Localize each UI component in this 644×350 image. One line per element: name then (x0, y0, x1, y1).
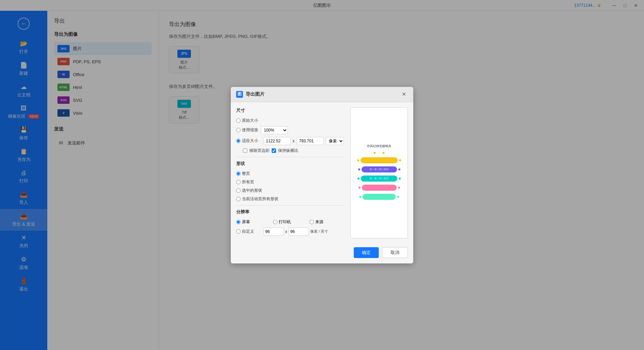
size-section-label: 尺寸 (236, 108, 345, 114)
shape-section-label: 形状 (236, 161, 345, 167)
zoom-select[interactable]: 100% 50% 200% (261, 126, 288, 134)
fit-size-radio[interactable] (236, 139, 241, 143)
bar-dot-4r (398, 187, 400, 189)
screen-resolution-label[interactable]: 屏幕 (236, 219, 272, 225)
custom-resolution-row: 自定义 x 像素 / 英寸 (236, 228, 345, 236)
fit-size-row: 适应大小 x 像素 英寸 (236, 137, 345, 145)
confirm-button[interactable]: 确定 (354, 247, 379, 258)
full-page-text: 整页 (242, 171, 250, 177)
screen-resolution-radio[interactable] (236, 220, 241, 224)
modal-close-button[interactable]: ✕ (400, 90, 408, 98)
selected-shapes-label[interactable]: 选中的形状 (236, 188, 262, 193)
remove-padding-label[interactable]: 移除页边距 (249, 148, 270, 154)
full-page-label[interactable]: 整页 (236, 171, 250, 177)
top-dots (374, 152, 385, 154)
preview-title: 作风纪律党建模具 (367, 144, 391, 148)
zoom-radio[interactable] (236, 128, 241, 132)
print-text: 打印机 (279, 219, 291, 225)
custom-resolution-inputs: x 像素 / 英寸 (264, 228, 328, 236)
fit-size-text: 适应大小 (242, 138, 258, 144)
source-resolution-label[interactable]: 来源 (309, 219, 345, 225)
selected-shapes-text: 选中的形状 (242, 188, 262, 193)
source-resolution-radio[interactable] (309, 220, 314, 224)
all-pages-text: 所有页 (242, 179, 254, 185)
bar-row-4 (358, 185, 400, 191)
current-page-shapes-row: 当前活动页所有形状 (236, 196, 345, 202)
divider-2 (236, 205, 345, 206)
modal-body: 尺寸 原始大小 使用缩放 100% 50% 200% (231, 102, 413, 244)
dpi-x: x (285, 229, 287, 234)
all-pages-row: 所有页 (236, 179, 345, 185)
current-page-shapes-radio[interactable] (236, 197, 241, 201)
unit-select[interactable]: 像素 英寸 (326, 137, 344, 145)
dot-1 (374, 152, 376, 154)
divider-1 (236, 157, 345, 157)
bar-2: 第一第二第三第四 (362, 166, 397, 172)
selected-shapes-radio[interactable] (236, 188, 241, 193)
remove-padding-row: 移除页边距 保持纵横比 (243, 148, 345, 154)
keep-ratio-label[interactable]: 保持纵横比 (278, 148, 298, 154)
modal-form: 尺寸 原始大小 使用缩放 100% 50% 200% (236, 108, 345, 238)
original-size-label[interactable]: 原始大小 (236, 118, 258, 123)
custom-text: 自定义 (242, 229, 254, 234)
bar-dot-2r (398, 168, 400, 170)
custom-resolution-radio[interactable] (236, 229, 241, 234)
modal-title: 图 导出图片 (236, 91, 265, 98)
print-resolution-label[interactable]: 打印机 (273, 219, 308, 225)
print-resolution-radio[interactable] (273, 220, 277, 224)
bar-dot-5r (397, 196, 399, 198)
original-size-text: 原始大小 (242, 118, 258, 123)
original-size-row: 原始大小 (236, 118, 345, 123)
modal-preview: 作风纪律党建模具 第一第二第三第四 (350, 108, 408, 238)
size-inputs: x 像素 英寸 (264, 137, 344, 145)
dpi-unit: 像素 / 英寸 (310, 229, 328, 234)
bar-1 (361, 157, 398, 163)
width-input[interactable] (264, 137, 291, 145)
fit-size-label[interactable]: 适应大小 (236, 138, 258, 144)
zoom-label[interactable]: 使用缩放 (236, 127, 258, 133)
zoom-text: 使用缩放 (242, 127, 258, 133)
export-image-modal: 图 导出图片 ✕ 尺寸 原始大小 使用 (231, 87, 413, 263)
preview-diagram: 作风纪律党建模具 第一第二第三第四 (352, 141, 406, 205)
bar-dot-2 (358, 168, 360, 170)
bar-row-1 (357, 157, 401, 163)
bar-dot-4 (358, 187, 361, 189)
source-text: 来源 (315, 219, 323, 225)
full-page-row: 整页 (236, 171, 345, 177)
dot-2 (382, 152, 385, 154)
screen-text: 屏幕 (242, 219, 250, 225)
bar-5 (363, 194, 396, 200)
keep-ratio-checkbox[interactable] (272, 148, 276, 153)
zoom-row: 使用缩放 100% 50% 200% (236, 126, 345, 134)
height-input[interactable] (297, 137, 324, 145)
bar-dot-1r (399, 159, 401, 161)
times-symbol: x (293, 139, 295, 143)
bar-dot-1 (357, 159, 359, 161)
all-pages-radio[interactable] (236, 180, 241, 184)
bar-row-2: 第一第二第三第四 (358, 166, 400, 172)
modal-footer: 确定 取消 (231, 244, 413, 263)
modal-title-text: 导出图片 (246, 91, 265, 97)
dpi-width-input[interactable] (264, 228, 284, 236)
selected-shapes-row: 选中的形状 (236, 188, 345, 193)
resolution-grid: 屏幕 打印机 来源 (236, 219, 345, 225)
all-pages-label[interactable]: 所有页 (236, 179, 254, 185)
custom-resolution-label[interactable]: 自定义 (236, 229, 254, 234)
modal-overlay: 图 导出图片 ✕ 尺寸 原始大小 使用 (0, 0, 644, 350)
resolution-section-label: 分辨率 (236, 209, 345, 215)
cancel-button[interactable]: 取消 (382, 247, 408, 258)
original-size-radio[interactable] (236, 118, 241, 123)
current-page-shapes-text: 当前活动页所有形状 (242, 196, 278, 202)
remove-padding-checkbox[interactable] (243, 148, 247, 153)
modal-header: 图 导出图片 ✕ (231, 87, 413, 102)
bar-3: 第一第二第三第四 (361, 176, 397, 182)
modal-icon: 图 (236, 91, 243, 98)
bar-4 (362, 185, 397, 191)
bar-row-5 (359, 194, 399, 200)
dpi-height-input[interactable] (289, 228, 309, 236)
bar-dot-5 (359, 196, 361, 198)
bar-row-3: 第一第二第三第四 (357, 176, 401, 182)
full-page-radio[interactable] (236, 171, 241, 176)
current-page-shapes-label[interactable]: 当前活动页所有形状 (236, 196, 278, 202)
bar-dot-3r (399, 178, 401, 180)
